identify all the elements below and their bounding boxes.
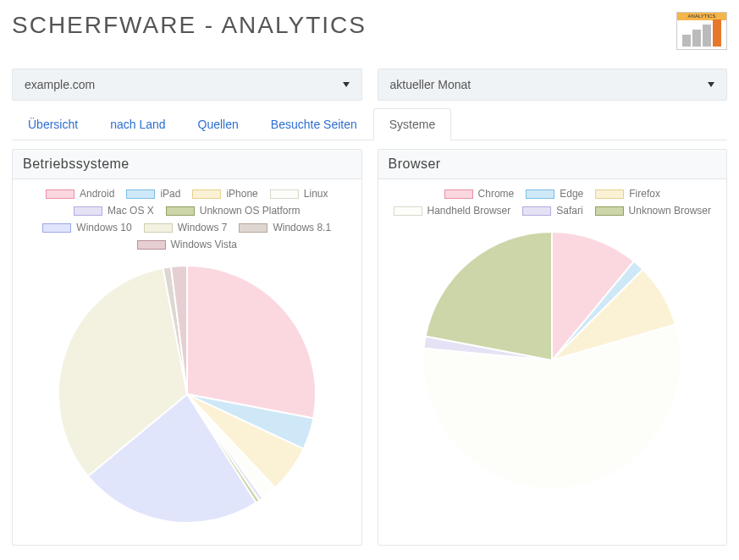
legend-label: Mac OS X	[108, 205, 154, 217]
legend-label: Linux	[304, 188, 328, 200]
tab-systems[interactable]: Systeme	[373, 108, 451, 140]
browser-panel-title: Browser	[378, 150, 727, 179]
legend-label: Unknown OS Platform	[200, 205, 301, 217]
legend-swatch	[192, 189, 221, 199]
legend-item[interactable]: Linux	[270, 188, 328, 200]
legend-item[interactable]: Mac OS X	[74, 205, 154, 217]
os-panel: Betriebssysteme AndroidiPadiPhoneLinuxMa…	[12, 149, 362, 546]
legend-item[interactable]: iPhone	[192, 188, 257, 200]
legend-label: Unknown Browser	[629, 205, 711, 217]
legend-item[interactable]: Unknown Browser	[595, 205, 711, 217]
legend-label: Firefox	[629, 188, 660, 200]
legend-label: Windows Vista	[171, 239, 237, 250]
legend-swatch	[522, 206, 551, 216]
legend-label: Android	[80, 188, 114, 200]
legend-swatch	[444, 189, 473, 199]
legend-item[interactable]: Handheld Browser	[394, 205, 511, 217]
os-panel-title: Betriebssysteme	[13, 150, 361, 179]
app-logo	[676, 12, 727, 50]
legend-item[interactable]: Unknown OS Platform	[166, 205, 301, 217]
page-title: SCHERFWARE - ANALYTICS	[12, 12, 367, 39]
legend-swatch	[239, 223, 267, 233]
browser-panel: Browser ChromeEdgeFirefoxHandheld Browse…	[378, 149, 728, 546]
legend-label: Safari	[556, 205, 582, 217]
site-select-value: example.com	[25, 78, 95, 91]
legend-label: Handheld Browser	[427, 205, 511, 217]
range-select[interactable]: aktueller Monat	[378, 69, 728, 101]
browser-pie-chart	[416, 225, 687, 496]
legend-item[interactable]: Firefox	[595, 188, 660, 200]
chevron-down-icon	[708, 82, 714, 87]
tab-overview[interactable]: Übersicht	[12, 108, 94, 140]
legend-item[interactable]: Edge	[526, 188, 583, 200]
tab-country[interactable]: nach Land	[94, 108, 181, 140]
pie-slice[interactable]	[187, 266, 316, 418]
legend-swatch	[270, 189, 299, 199]
os-pie-chart	[52, 259, 323, 530]
legend-item[interactable]: Windows 8.1	[239, 222, 331, 233]
browser-legend: ChromeEdgeFirefoxHandheld BrowserSafariU…	[391, 188, 713, 217]
legend-swatch	[46, 189, 74, 199]
legend-label: Windows 8.1	[273, 222, 331, 233]
legend-label: iPhone	[226, 188, 257, 200]
legend-label: Chrome	[478, 188, 515, 200]
tabs: Übersichtnach LandQuellenBesuchte Seiten…	[12, 107, 727, 140]
legend-swatch	[42, 223, 71, 233]
legend-item[interactable]: Safari	[522, 205, 582, 217]
legend-swatch	[526, 189, 554, 199]
legend-swatch	[394, 206, 422, 216]
legend-swatch	[74, 206, 102, 216]
legend-item[interactable]: Windows 10	[42, 222, 131, 233]
legend-label: Edge	[560, 188, 583, 200]
legend-swatch	[166, 206, 195, 216]
site-select[interactable]: example.com	[12, 69, 362, 101]
legend-swatch	[126, 189, 155, 199]
chevron-down-icon	[343, 82, 350, 87]
os-legend: AndroidiPadiPhoneLinuxMac OS XUnknown OS…	[26, 188, 348, 250]
range-select-value: aktueller Monat	[390, 78, 472, 91]
tab-pages[interactable]: Besuchte Seiten	[255, 108, 373, 140]
legend-item[interactable]: Windows Vista	[137, 239, 237, 250]
legend-label: Windows 10	[76, 222, 131, 233]
legend-item[interactable]: Windows 7	[144, 222, 228, 233]
legend-swatch	[144, 223, 173, 233]
legend-item[interactable]: iPad	[126, 188, 180, 200]
legend-label: iPad	[160, 188, 180, 200]
legend-item[interactable]: Android	[46, 188, 114, 200]
legend-swatch	[595, 189, 624, 199]
legend-swatch	[137, 240, 166, 250]
legend-swatch	[595, 206, 624, 216]
legend-label: Windows 7	[178, 222, 228, 233]
legend-item[interactable]: Chrome	[444, 188, 515, 200]
tab-sources[interactable]: Quellen	[182, 108, 255, 140]
